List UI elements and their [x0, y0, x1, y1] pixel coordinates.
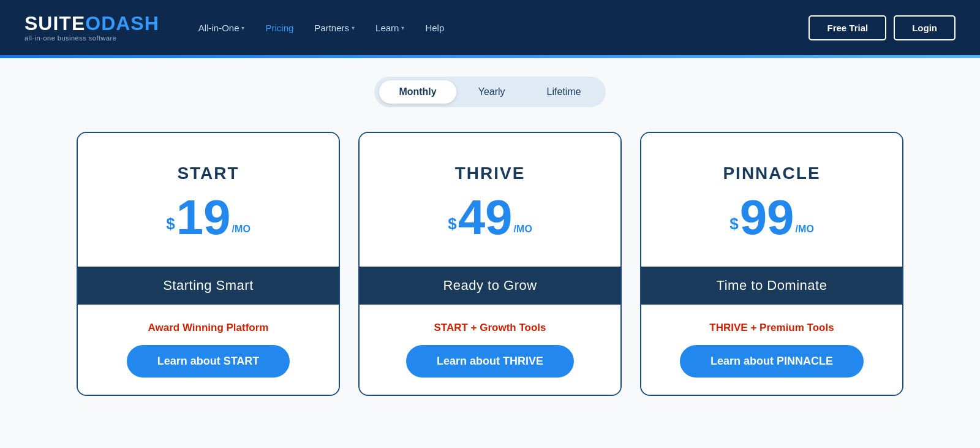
nav-item-help[interactable]: Help	[417, 19, 453, 37]
price-dollar-thrive: $	[448, 215, 456, 233]
price-wrap-start: $ 19 /MO	[166, 193, 251, 242]
plan-name-thrive: THRIVE	[455, 164, 526, 183]
logo-tagline: all-in-one business software	[24, 34, 159, 42]
billing-toggle: Monthly Yearly Lifetime	[374, 77, 605, 107]
nav-item-allinone[interactable]: All-in-One ▾	[190, 19, 254, 37]
learn-start-button[interactable]: Learn about START	[127, 345, 290, 378]
feature-label-pinnacle: THRIVE + Premium Tools	[709, 322, 834, 334]
logo[interactable]: SUITEODASH all-in-one business software	[24, 13, 159, 42]
plan-name-start: START	[177, 164, 239, 183]
main-content: Monthly Yearly Lifetime START $ 19 /MO S…	[0, 58, 980, 448]
price-amount-start: 19	[176, 193, 231, 242]
billing-toggle-wrap: Monthly Yearly Lifetime	[49, 77, 931, 107]
price-amount-thrive: 49	[458, 193, 513, 242]
price-dollar-pinnacle: $	[729, 215, 738, 233]
card-subtitle-pinnacle: Time to Dominate	[641, 267, 902, 305]
chevron-down-icon: ▾	[241, 25, 244, 31]
price-period-pinnacle: /MO	[796, 224, 814, 235]
toggle-monthly[interactable]: Monthly	[379, 80, 456, 104]
nav-actions: Free Trial Login	[809, 15, 956, 40]
plan-card-start: START $ 19 /MO Starting Smart Award Winn…	[77, 132, 340, 396]
price-amount-pinnacle: 99	[740, 193, 794, 242]
feature-label-start: Award Winning Platform	[148, 322, 269, 334]
card-top-pinnacle: PINNACLE $ 99 /MO	[641, 133, 902, 267]
chevron-down-icon: ▾	[401, 25, 404, 31]
card-bottom-start: Award Winning Platform Learn about START	[78, 305, 339, 395]
navbar: SUITEODASH all-in-one business software …	[0, 0, 980, 55]
logo-suite-text: SUITE	[24, 12, 85, 34]
card-subtitle-start: Starting Smart	[78, 267, 339, 305]
card-bottom-thrive: START + Growth Tools Learn about THRIVE	[360, 305, 620, 395]
price-period-thrive: /MO	[514, 224, 532, 235]
price-period-start: /MO	[232, 224, 251, 235]
logo-dash-text: DASH	[101, 12, 159, 34]
plan-card-thrive: THRIVE $ 49 /MO Ready to Grow START + Gr…	[358, 132, 622, 396]
card-top-start: START $ 19 /MO	[78, 133, 339, 267]
login-button[interactable]: Login	[894, 15, 956, 40]
chevron-down-icon: ▾	[352, 25, 355, 31]
plan-name-pinnacle: PINNACLE	[723, 164, 820, 183]
feature-label-thrive: START + Growth Tools	[434, 322, 546, 334]
price-wrap-pinnacle: $ 99 /MO	[729, 193, 814, 242]
toggle-yearly[interactable]: Yearly	[459, 80, 525, 104]
toggle-lifetime[interactable]: Lifetime	[527, 80, 601, 104]
learn-pinnacle-button[interactable]: Learn about PINNACLE	[680, 345, 864, 378]
card-top-thrive: THRIVE $ 49 /MO	[360, 133, 620, 267]
nav-links: All-in-One ▾ Pricing Partners ▾ Learn ▾ …	[190, 19, 791, 37]
logo-o-text: O	[85, 12, 101, 34]
card-subtitle-thrive: Ready to Grow	[360, 267, 620, 305]
learn-thrive-button[interactable]: Learn about THRIVE	[406, 345, 574, 378]
free-trial-button[interactable]: Free Trial	[809, 15, 886, 40]
price-wrap-thrive: $ 49 /MO	[448, 193, 532, 242]
nav-item-learn[interactable]: Learn ▾	[367, 19, 413, 37]
nav-item-partners[interactable]: Partners ▾	[306, 19, 363, 37]
plan-card-pinnacle: PINNACLE $ 99 /MO Time to Dominate THRIV…	[640, 132, 903, 396]
card-bottom-pinnacle: THRIVE + Premium Tools Learn about PINNA…	[641, 305, 902, 395]
price-dollar-start: $	[166, 215, 175, 233]
nav-item-pricing[interactable]: Pricing	[257, 19, 302, 37]
pricing-cards: START $ 19 /MO Starting Smart Award Winn…	[49, 132, 931, 396]
